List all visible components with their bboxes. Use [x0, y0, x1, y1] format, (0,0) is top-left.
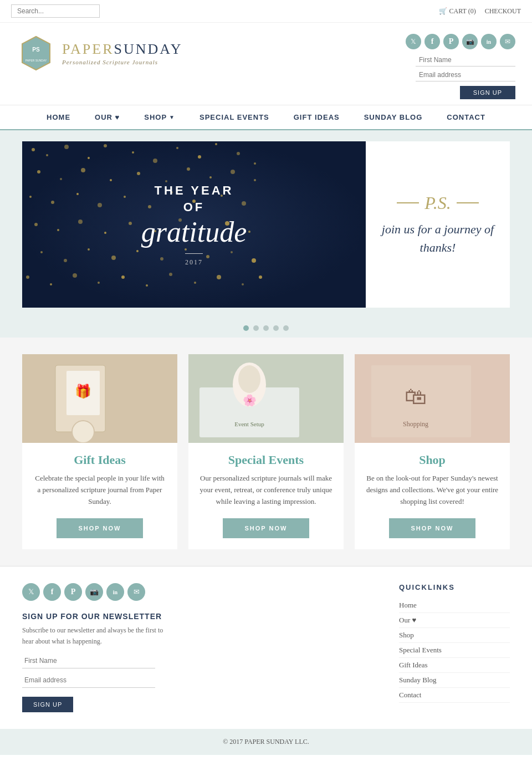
quicklink-home[interactable]: Home — [399, 598, 510, 613]
nav-gift-ideas[interactable]: GIFT IDEAS — [282, 105, 352, 129]
svg-point-37 — [57, 229, 59, 231]
footer-email-input[interactable] — [22, 673, 155, 688]
footer-twitter-icon[interactable]: 𝕏 — [22, 583, 40, 601]
header-email-input[interactable] — [416, 69, 515, 81]
quicklink-sunday-blog[interactable]: Sunday Blog — [399, 673, 510, 688]
hero-section: THE YEAR OF gratitude 2017 P.S. join us … — [0, 130, 532, 319]
cards-section: 🎁 Gift Ideas Celebrate the special peopl… — [0, 338, 532, 566]
card-special-events-title: Special Events — [228, 453, 304, 467]
footer: 𝕏 f P 📷 in ✉ SIGN UP FOR OUR NEWSLETTER … — [0, 566, 532, 728]
checkout-link[interactable]: CHECKOUT — [485, 7, 521, 16]
svg-point-65 — [242, 283, 244, 285]
card-special-events-desc: Our personalized scripture journals will… — [188, 473, 344, 507]
carousel-dot-4[interactable] — [273, 325, 279, 331]
svg-marker-0 — [22, 37, 50, 70]
quicklink-our[interactable]: Our ♥ — [399, 613, 510, 628]
footer-social-icons: 𝕏 f P 📷 in ✉ — [22, 583, 377, 601]
svg-text:Event Setup: Event Setup — [234, 421, 264, 427]
logo-text: PAPERSUNDAY Personalized Scripture Journ… — [62, 41, 183, 65]
logo-area: PS PAPER SUNDAY PAPERSUNDAY Personalized… — [17, 34, 183, 73]
footer-signup-button[interactable]: SIGN UP — [22, 697, 73, 712]
footer-linkedin-icon[interactable]: in — [106, 583, 124, 601]
email-icon-header[interactable]: ✉ — [500, 34, 515, 49]
twitter-icon-header[interactable]: 𝕏 — [406, 34, 421, 49]
carousel-dot-1[interactable] — [243, 325, 249, 331]
search-input[interactable] — [11, 4, 100, 18]
svg-point-28 — [76, 193, 79, 195]
social-icons-header: 𝕏 f P 📷 in ✉ — [406, 34, 515, 49]
nav-contact[interactable]: CONTACT — [434, 105, 498, 129]
header-first-name-input[interactable] — [416, 54, 515, 67]
top-bar-right: 🛒 CART (0) CHECKOUT — [439, 7, 521, 16]
card-shop: 🛍 Shopping Shop Be on the look-out for P… — [355, 354, 510, 549]
carousel-dot-3[interactable] — [263, 325, 269, 331]
shop-image: 🛍 Shopping — [355, 354, 510, 443]
svg-point-17 — [60, 178, 62, 180]
nav-special-events[interactable]: SPECIAL EVENTS — [187, 105, 282, 129]
svg-point-47 — [64, 259, 67, 262]
svg-point-46 — [40, 251, 43, 253]
svg-point-58 — [73, 273, 77, 278]
svg-point-27 — [51, 201, 54, 204]
bottom-footer: © 2017 PAPER SUNDAY LLC. — [0, 729, 532, 755]
card-shop-desc: Be on the look-out for Paper Sunday's ne… — [355, 473, 510, 507]
logo-title: PAPERSUNDAY — [62, 41, 183, 58]
quicklink-contact[interactable]: Contact — [399, 688, 510, 703]
svg-point-9 — [132, 151, 134, 154]
card-gift-ideas-img: 🎁 — [22, 354, 177, 443]
svg-point-61 — [146, 284, 148, 287]
footer-email-icon[interactable]: ✉ — [127, 583, 145, 601]
svg-point-36 — [34, 223, 38, 226]
svg-point-29 — [98, 203, 102, 207]
header-signup-button[interactable]: SIGN UP — [460, 86, 515, 99]
card-gift-ideas-desc: Celebrate the special people in your lif… — [22, 473, 177, 507]
facebook-icon-header[interactable]: f — [424, 34, 440, 49]
cart-area[interactable]: 🛒 CART (0) — [439, 7, 476, 16]
hero-left: THE YEAR OF gratitude 2017 — [22, 141, 366, 308]
svg-text:🎁: 🎁 — [75, 383, 91, 399]
copyright-text: © 2017 PAPER SUNDAY LLC. — [223, 738, 309, 746]
svg-point-38 — [78, 219, 83, 224]
nav-home[interactable]: HOME — [34, 105, 83, 129]
footer-pinterest-icon[interactable]: P — [64, 583, 82, 601]
footer-newsletter-form: SIGN UP — [22, 654, 377, 712]
footer-first-name-input[interactable] — [22, 654, 155, 668]
pinterest-icon-header[interactable]: P — [443, 34, 459, 49]
card-gift-ideas-title: Gift Ideas — [74, 453, 126, 467]
svg-point-6 — [64, 145, 69, 149]
svg-point-12 — [198, 155, 201, 159]
footer-right: QUICKLINKS Home Our ♥ Shop Special Event… — [399, 583, 510, 712]
nav-our[interactable]: OUR ♥ — [83, 105, 132, 129]
svg-point-39 — [104, 232, 106, 234]
svg-point-49 — [111, 256, 116, 260]
quicklink-shop[interactable]: Shop — [399, 628, 510, 643]
svg-point-75 — [238, 365, 260, 393]
footer-facebook-icon[interactable]: f — [43, 583, 61, 601]
special-events-shop-now-button[interactable]: SHOP NOW — [223, 518, 310, 538]
footer-instagram-icon[interactable]: 📷 — [85, 583, 103, 601]
ps-divider: P.S. — [377, 193, 499, 213]
top-bar: 🛒 CART (0) CHECKOUT — [0, 0, 532, 23]
nav-sunday-blog[interactable]: SUNDAY BLOG — [352, 105, 435, 129]
quicklink-gift-ideas[interactable]: Gift Ideas — [399, 658, 510, 673]
nav-shop[interactable]: SHOP ▼ — [132, 105, 187, 129]
svg-point-13 — [215, 143, 217, 145]
hero-gratitude: gratitude — [141, 216, 247, 248]
gift-ideas-shop-now-button[interactable]: SHOP NOW — [57, 518, 144, 538]
cart-label: CART (0) — [449, 7, 476, 16]
linkedin-icon-header[interactable]: in — [481, 34, 497, 49]
card-gift-ideas: 🎁 Gift Ideas Celebrate the special peopl… — [22, 354, 177, 549]
svg-point-4 — [32, 148, 35, 151]
card-shop-img: 🛍 Shopping — [355, 354, 510, 443]
carousel-dot-2[interactable] — [253, 325, 259, 331]
header-newsletter-form: SIGN UP — [416, 54, 515, 99]
ps-line-left — [397, 202, 419, 203]
svg-text:PS: PS — [32, 47, 40, 53]
logo-hex: PS PAPER SUNDAY — [17, 34, 55, 73]
shop-shop-now-button[interactable]: SHOP NOW — [389, 518, 476, 538]
quicklink-special-events[interactable]: Special Events — [399, 643, 510, 658]
carousel-dot-5[interactable] — [283, 325, 289, 331]
logo-paper: PAPER — [62, 41, 114, 57]
instagram-icon-header[interactable]: 📷 — [462, 34, 478, 49]
svg-point-14 — [237, 152, 240, 155]
